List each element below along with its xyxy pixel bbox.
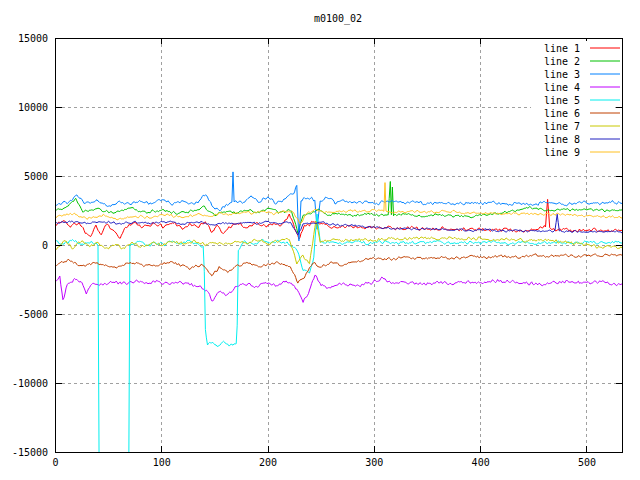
legend-label: line 9 <box>544 147 580 158</box>
line-chart: -15000-10000-5000050001000015000 0100200… <box>0 0 640 480</box>
y-tick-label: 5000 <box>24 171 48 182</box>
series-line-5 <box>56 214 623 466</box>
legend-label: line 6 <box>544 108 580 119</box>
series-line-9 <box>56 183 623 224</box>
x-tick-label: 0 <box>52 457 58 468</box>
y-tick-label: -15000 <box>12 447 48 458</box>
x-tick-label: 100 <box>153 457 171 468</box>
y-tick-label: 10000 <box>18 102 48 113</box>
legend-label: line 7 <box>544 121 580 132</box>
series-line-6 <box>56 254 623 283</box>
x-tick-label: 500 <box>578 457 596 468</box>
legend-label: line 4 <box>544 82 580 93</box>
y-tick-label: 0 <box>42 240 48 251</box>
series-line-8 <box>56 214 623 235</box>
x-tick-label: 200 <box>259 457 277 468</box>
legend-label: line 1 <box>544 43 580 54</box>
y-tick-label: -5000 <box>18 309 48 320</box>
y-tick-label: -10000 <box>12 378 48 389</box>
legend-label: line 3 <box>544 69 580 80</box>
y-tick-labels: -15000-10000-5000050001000015000 <box>12 33 48 458</box>
legend-label: line 5 <box>544 95 580 106</box>
series-line-1 <box>56 199 623 239</box>
data-series <box>56 172 623 466</box>
x-tick-labels: 0100200300400500 <box>52 457 595 468</box>
legend-label: line 8 <box>544 134 580 145</box>
x-tick-label: 300 <box>365 457 383 468</box>
gnuplot-chart-window: -15000-10000-5000050001000015000 0100200… <box>0 0 640 480</box>
series-line-4 <box>56 275 623 302</box>
legend-label: line 2 <box>544 56 580 67</box>
y-tick-label: 15000 <box>18 33 48 44</box>
chart-title: m0100_02 <box>314 13 362 25</box>
x-tick-label: 400 <box>472 457 490 468</box>
legend: line 1line 2line 3line 4line 5line 6line… <box>531 41 620 160</box>
